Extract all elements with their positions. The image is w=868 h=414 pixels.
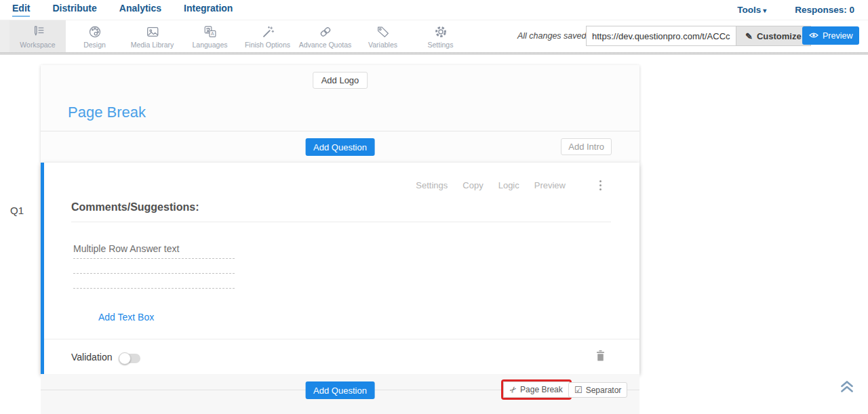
survey-url-group: ✎ Customize — [586, 26, 811, 46]
validation-toggle[interactable] — [120, 354, 140, 363]
question-footer-divider — [44, 339, 639, 339]
tab-label: Advance Quotas — [299, 41, 352, 49]
validation-label: Validation — [71, 352, 112, 363]
toolbar-divider — [0, 52, 868, 55]
tab-label: Media Library — [131, 41, 174, 49]
tab-label: Settings — [428, 41, 454, 49]
add-question-button[interactable]: Add Question — [305, 138, 375, 156]
palette-icon — [87, 24, 103, 39]
magic-wand-icon — [260, 24, 276, 39]
answer-row-line — [73, 273, 235, 274]
question-settings-link[interactable]: Settings — [416, 180, 448, 190]
nav-item-edit[interactable]: Edit — [12, 3, 30, 17]
image-icon — [144, 24, 161, 39]
header-actions-row: Add Question Add Intro — [41, 131, 639, 163]
customize-button[interactable]: ✎ Customize — [736, 26, 811, 46]
question-card: Settings Copy Logic Preview Comments/Sug… — [41, 163, 639, 374]
question-menu-row: Settings Copy Logic Preview — [416, 179, 639, 192]
translate-icon: A — [202, 24, 218, 39]
tab-settings[interactable]: Settings — [412, 20, 469, 52]
answer-row-line — [73, 288, 235, 289]
responses-count[interactable]: Responses: 0 — [795, 5, 854, 15]
nav-right-group: Tools▾ Responses: 0 — [737, 5, 868, 15]
next-section-card: Add Question ✂ Page Break ☑ Separator — [41, 374, 639, 414]
kebab-menu-icon[interactable] — [598, 179, 603, 192]
question-divider — [71, 222, 611, 222]
tab-media-library[interactable]: Media Library — [123, 20, 181, 52]
toggle-knob — [119, 352, 131, 365]
toolbar-edge-spacer — [0, 20, 9, 52]
scissors-icon: ✂ — [508, 384, 519, 395]
chain-links-icon — [317, 24, 334, 39]
top-navbar: Edit Distribute Analytics Integration To… — [0, 0, 868, 20]
preview-button[interactable]: Preview — [802, 26, 859, 45]
tab-finish-options[interactable]: Finish Options — [239, 20, 296, 52]
answer-row-line — [73, 258, 235, 259]
tag-icon — [375, 24, 391, 39]
tab-advance-quotas[interactable]: Advance Quotas — [296, 20, 354, 52]
separator-button[interactable]: ☑ Separator — [568, 382, 627, 398]
page-break-highlight-box: ✂ Page Break — [501, 379, 572, 400]
answer-placeholder-text[interactable]: Multiple Row Answer text — [73, 243, 179, 254]
tab-label: Languages — [193, 41, 228, 49]
add-logo-button[interactable]: Add Logo — [313, 72, 368, 89]
tab-label: Workspace — [20, 41, 55, 49]
scroll-to-top-button[interactable] — [838, 379, 856, 396]
pencil-icon: ✎ — [745, 31, 753, 41]
tab-label: Finish Options — [245, 41, 290, 49]
add-text-box-link[interactable]: Add Text Box — [98, 312, 154, 323]
page-break-button[interactable]: ✂ Page Break — [503, 381, 570, 398]
trash-icon[interactable] — [594, 348, 607, 365]
editor-toolbar: Workspace Design Media Li — [0, 20, 868, 52]
tools-menu[interactable]: Tools▾ — [737, 5, 766, 15]
page-title[interactable]: Page Break — [68, 104, 146, 121]
survey-url-input[interactable] — [586, 26, 736, 46]
question-copy-link[interactable]: Copy — [462, 180, 483, 190]
tab-design[interactable]: Design — [66, 20, 123, 52]
tab-label: Design — [83, 41, 106, 49]
add-question-button-bottom[interactable]: Add Question — [305, 381, 375, 399]
eye-icon — [809, 31, 818, 41]
tab-languages[interactable]: A Languages — [181, 20, 239, 52]
pencil-lines-icon — [30, 24, 46, 39]
checkbox-icon: ☑ — [574, 385, 583, 395]
chevron-down-icon: ▾ — [763, 7, 766, 14]
nav-item-analytics[interactable]: Analytics — [119, 3, 161, 17]
svg-text:A: A — [211, 31, 214, 36]
survey-header-card: Add Logo Page Break Add Question Add Int… — [41, 65, 639, 163]
question-preview-link[interactable]: Preview — [534, 180, 566, 190]
autosave-status: All changes saved — [517, 31, 586, 41]
nav-item-integration[interactable]: Integration — [184, 3, 233, 17]
add-intro-button[interactable]: Add Intro — [561, 138, 612, 155]
toolbar-tabs: Workspace Design Media Li — [9, 20, 469, 52]
tab-workspace[interactable]: Workspace — [9, 20, 66, 52]
nav-item-distribute[interactable]: Distribute — [52, 3, 96, 17]
question-number-label: Q1 — [10, 205, 24, 216]
tab-variables[interactable]: Variables — [354, 20, 412, 52]
question-title[interactable]: Comments/Suggestions: — [71, 201, 199, 213]
question-logic-link[interactable]: Logic — [498, 180, 519, 190]
tab-label: Variables — [368, 41, 397, 49]
gear-icon — [433, 24, 449, 39]
primary-nav: Edit Distribute Analytics Integration — [0, 3, 233, 17]
